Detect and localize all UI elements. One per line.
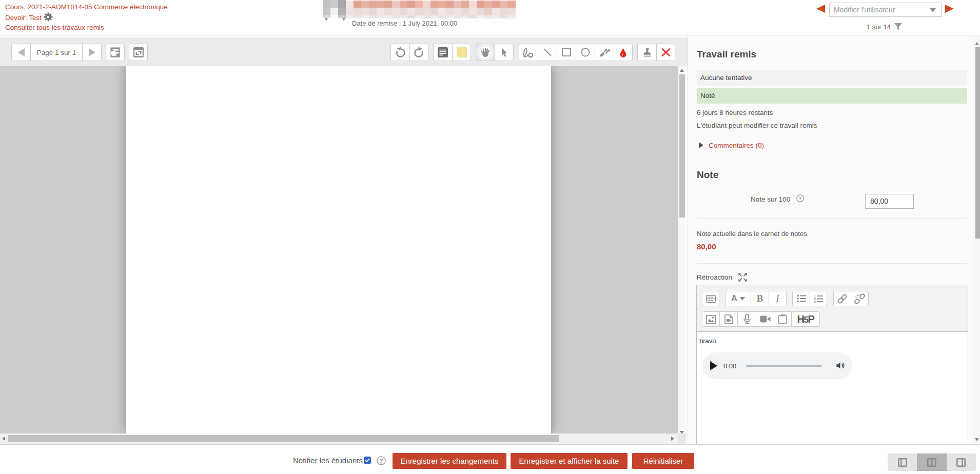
svg-text:?: ? (379, 458, 383, 464)
svg-text:?: ? (799, 196, 802, 201)
svg-text:3: 3 (814, 300, 816, 303)
